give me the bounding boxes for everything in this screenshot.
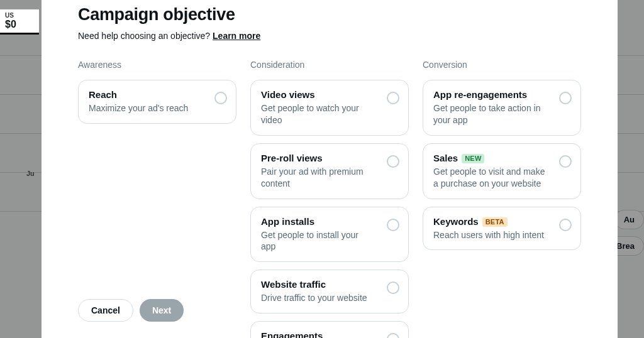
- objective-card-keywords[interactable]: KeywordsBETA Reach users with high inten…: [423, 207, 581, 251]
- radio-icon[interactable]: [559, 155, 572, 168]
- objective-card-reach[interactable]: Reach Maximize your ad's reach: [78, 80, 236, 124]
- card-title: KeywordsBETA: [433, 216, 547, 227]
- card-desc: Get people to visit and make a purchase …: [433, 166, 547, 190]
- help-text: Need help choosing an objective?: [78, 31, 213, 41]
- radio-icon[interactable]: [214, 92, 227, 104]
- card-title: Reach: [89, 89, 202, 101]
- bg-currency-label: US: [5, 12, 34, 19]
- objective-card-video-views[interactable]: Video views Get people to watch your vid…: [250, 80, 409, 136]
- modal-title: Campaign objective: [78, 5, 581, 25]
- card-desc: Get people to take action in your app: [433, 102, 547, 126]
- beta-badge: BETA: [482, 217, 508, 227]
- next-button[interactable]: Next: [140, 299, 184, 322]
- help-row: Need help choosing an objective? Learn m…: [78, 31, 581, 41]
- column-heading-consideration: Consideration: [250, 60, 409, 70]
- card-desc: Drive traffic to your website: [261, 292, 374, 304]
- objective-card-engagements[interactable]: Engagements Get people to engage with yo…: [250, 321, 409, 338]
- column-heading-conversion: Conversion: [423, 60, 581, 70]
- cancel-button[interactable]: Cancel: [78, 299, 133, 322]
- card-desc: Get people to watch your video: [261, 102, 374, 126]
- radio-icon[interactable]: [387, 155, 399, 168]
- card-title: Website traffic: [261, 279, 374, 290]
- card-title: App installs: [261, 216, 374, 227]
- radio-icon[interactable]: [559, 219, 572, 231]
- objective-card-app-installs[interactable]: App installs Get people to install your …: [250, 207, 409, 263]
- modal-footer: Cancel Next: [78, 299, 184, 322]
- card-title: App re-engagements: [433, 89, 547, 101]
- column-heading-awareness: Awareness: [78, 60, 236, 70]
- card-desc: Maximize your ad's reach: [89, 102, 202, 114]
- card-title: SalesNEW: [433, 153, 547, 164]
- card-desc: Get people to install your app: [261, 229, 374, 253]
- column-consideration: Consideration Video views Get people to …: [250, 60, 409, 338]
- bg-spend-box: US $0: [0, 9, 39, 35]
- bg-amount: $0: [5, 19, 34, 30]
- radio-icon[interactable]: [559, 92, 572, 104]
- column-awareness: Awareness Reach Maximize your ad's reach: [78, 60, 236, 338]
- new-badge: NEW: [462, 154, 484, 163]
- card-desc: Reach users with high intent: [433, 229, 547, 241]
- column-conversion: Conversion App re-engagements Get people…: [423, 60, 581, 338]
- objective-card-website-traffic[interactable]: Website traffic Drive traffic to your we…: [250, 270, 409, 313]
- card-title: Engagements: [261, 330, 374, 338]
- objective-card-sales[interactable]: SalesNEW Get people to visit and make a …: [423, 143, 581, 199]
- radio-icon[interactable]: [387, 92, 399, 104]
- radio-icon[interactable]: [387, 281, 399, 294]
- campaign-objective-modal: Campaign objective Need help choosing an…: [42, 0, 618, 338]
- radio-icon[interactable]: [387, 333, 399, 338]
- radio-icon[interactable]: [387, 219, 399, 231]
- objective-columns: Awareness Reach Maximize your ad's reach…: [78, 60, 581, 338]
- objective-card-preroll-views[interactable]: Pre-roll views Pair your ad with premium…: [250, 143, 409, 199]
- card-title: Pre-roll views: [261, 153, 374, 164]
- card-desc: Pair your ad with premium content: [261, 166, 374, 190]
- objective-card-app-reengagements[interactable]: App re-engagements Get people to take ac…: [423, 80, 581, 136]
- learn-more-link[interactable]: Learn more: [213, 31, 260, 41]
- card-title: Video views: [261, 89, 374, 101]
